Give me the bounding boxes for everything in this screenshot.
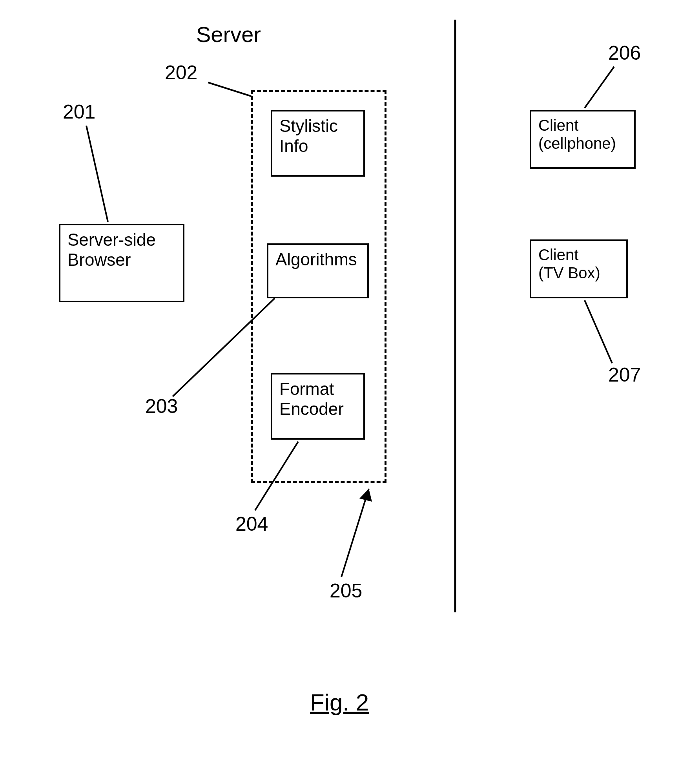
figure-caption: Fig. 2 xyxy=(310,691,369,714)
server-side-browser-box: Server-side Browser xyxy=(59,224,184,302)
svg-line-3 xyxy=(585,67,614,108)
svg-line-8 xyxy=(585,300,612,363)
svg-marker-7 xyxy=(359,489,372,502)
ref-204: 204 xyxy=(235,514,268,534)
ref-207: 207 xyxy=(608,365,641,385)
ref-205: 205 xyxy=(330,581,362,601)
svg-line-6 xyxy=(341,489,369,577)
svg-line-2 xyxy=(208,82,251,96)
stylistic-info-box: Stylistic Info xyxy=(271,110,365,177)
ref-201: 201 xyxy=(63,102,95,122)
client-cellphone-box: Client (cellphone) xyxy=(530,110,636,169)
ref-206: 206 xyxy=(608,43,641,63)
client-tvbox-box: Client (TV Box) xyxy=(530,239,628,298)
server-heading: Server xyxy=(196,24,261,46)
ref-202: 202 xyxy=(165,63,197,82)
ref-203: 203 xyxy=(145,396,178,416)
format-encoder-box: Format Encoder xyxy=(271,373,365,440)
algorithms-box: Algorithms xyxy=(267,243,369,298)
svg-line-1 xyxy=(86,126,108,222)
